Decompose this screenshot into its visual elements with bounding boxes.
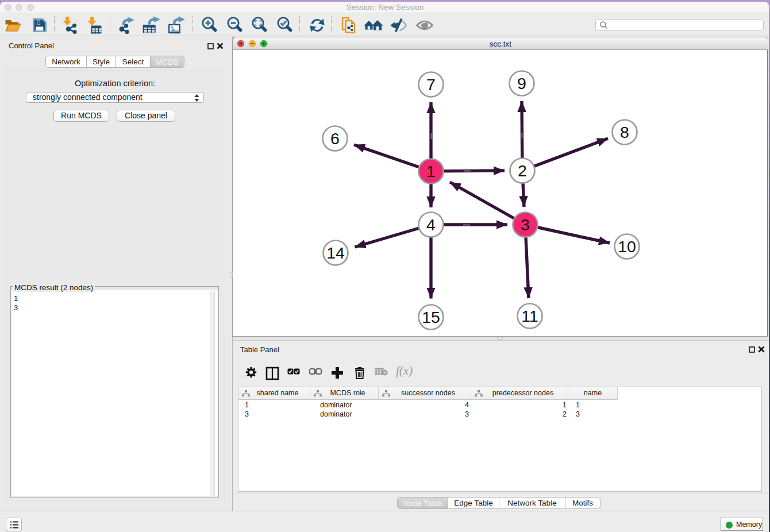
svg-text:14: 14 (326, 244, 345, 262)
svg-text:2: 2 (518, 161, 527, 180)
svg-text:6: 6 (330, 129, 340, 148)
svg-text:9: 9 (517, 74, 526, 92)
svg-text:3: 3 (521, 215, 530, 234)
svg-text:11: 11 (521, 307, 538, 325)
svg-text:7: 7 (426, 75, 436, 94)
svg-text:4: 4 (426, 215, 436, 234)
svg-text:10: 10 (618, 237, 636, 256)
svg-text:1: 1 (426, 162, 436, 180)
svg-text:15: 15 (422, 308, 440, 326)
svg-text:8: 8 (620, 123, 629, 141)
